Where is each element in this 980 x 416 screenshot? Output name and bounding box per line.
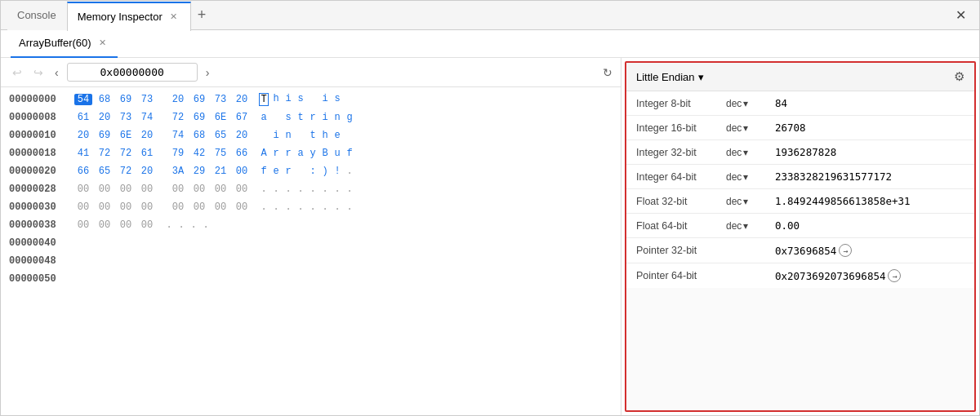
next-address-button[interactable]: ›: [203, 64, 213, 81]
hex-cell[interactable]: 41: [74, 148, 92, 159]
tab-memory-inspector-close[interactable]: ✕: [167, 11, 180, 24]
ascii-cell[interactable]: .: [308, 201, 318, 213]
insp-format-int32[interactable]: dec ▾: [726, 147, 775, 158]
ascii-cell[interactable]: .: [345, 201, 354, 213]
hex-cell[interactable]: 72: [117, 148, 135, 159]
prev-address-button[interactable]: ‹: [51, 64, 62, 81]
hex-cell[interactable]: 00: [169, 201, 187, 213]
ascii-cell[interactable]: A: [259, 148, 269, 159]
tab-add-button[interactable]: +: [191, 1, 213, 30]
hex-cell[interactable]: 20: [96, 112, 114, 123]
ascii-cell[interactable]: t: [296, 112, 305, 123]
ascii-cell[interactable]: .: [308, 184, 318, 195]
ascii-cell[interactable]: .: [283, 184, 293, 195]
insp-format-int8[interactable]: dec ▾: [726, 98, 775, 109]
insp-format-int64[interactable]: dec ▾: [726, 171, 775, 183]
address-input[interactable]: [67, 63, 198, 82]
ascii-cell[interactable]: r: [283, 148, 293, 159]
hex-cell[interactable]: 74: [169, 130, 187, 141]
hex-cell[interactable]: 69: [190, 94, 208, 105]
hex-cell[interactable]: 00: [74, 201, 92, 213]
hex-cell[interactable]: 00: [117, 201, 135, 213]
ascii-cell[interactable]: r: [283, 166, 293, 177]
hex-cell[interactable]: 29: [190, 166, 208, 177]
window-close-button[interactable]: ✕: [949, 4, 973, 26]
ascii-cell[interactable]: h: [271, 93, 281, 106]
ascii-cell[interactable]: i: [271, 130, 281, 141]
hex-cell[interactable]: 66: [74, 166, 92, 177]
ascii-cell[interactable]: i: [283, 93, 293, 106]
ascii-cell[interactable]: g: [345, 112, 354, 123]
hex-cell[interactable]: 00: [117, 184, 135, 195]
hex-cell[interactable]: 69: [117, 94, 135, 105]
hex-cell[interactable]: 20: [138, 166, 156, 177]
ascii-cell[interactable]: .: [271, 184, 281, 195]
ascii-cell[interactable]: s: [296, 93, 305, 106]
hex-cell[interactable]: 00: [138, 201, 156, 213]
ascii-cell[interactable]: s: [283, 112, 293, 123]
gear-button[interactable]: ⚙: [954, 69, 964, 84]
hex-cell[interactable]: 61: [138, 148, 156, 159]
hex-cell[interactable]: 00: [190, 201, 208, 213]
hex-cell[interactable]: 6E: [117, 130, 135, 141]
ascii-cell[interactable]: .: [320, 201, 330, 213]
hex-cell[interactable]: 3A: [169, 166, 187, 177]
hex-cell[interactable]: 69: [96, 130, 114, 141]
ascii-cell[interactable]: [271, 112, 281, 123]
hex-cell[interactable]: 21: [212, 166, 229, 177]
hex-cell[interactable]: 20: [138, 130, 156, 141]
redo-button[interactable]: ↪: [30, 64, 47, 81]
ascii-cell[interactable]: r: [271, 148, 281, 159]
ascii-cell[interactable]: T: [259, 93, 269, 106]
hex-cell[interactable]: 00: [169, 184, 187, 195]
tab-console[interactable]: Console: [7, 1, 67, 30]
ascii-cell[interactable]: .: [332, 201, 342, 213]
ascii-cell[interactable]: ): [320, 166, 330, 177]
ascii-cell[interactable]: i: [320, 93, 330, 106]
insp-format-int16[interactable]: dec ▾: [726, 122, 775, 134]
ascii-cell[interactable]: .: [296, 184, 305, 195]
ascii-cell[interactable]: .: [296, 201, 305, 213]
hex-cell[interactable]: 00: [138, 184, 156, 195]
ascii-cell[interactable]: a: [296, 148, 305, 159]
hex-cell[interactable]: 66: [233, 148, 251, 159]
ascii-cell[interactable]: y: [308, 148, 318, 159]
ptr32-navigate-button[interactable]: →: [839, 244, 852, 257]
hex-cell[interactable]: 73: [212, 94, 229, 105]
hex-cell[interactable]: 73: [117, 112, 135, 123]
hex-cell[interactable]: 6E: [212, 112, 229, 123]
ascii-cell[interactable]: i: [320, 112, 330, 123]
insp-format-float32[interactable]: dec ▾: [726, 196, 775, 207]
hex-cell[interactable]: 00: [96, 219, 114, 231]
ascii-cell[interactable]: n: [283, 130, 293, 141]
ascii-cell[interactable]: .: [283, 201, 293, 213]
ascii-cell[interactable]: h: [320, 130, 330, 141]
ptr64-navigate-button[interactable]: →: [888, 269, 901, 282]
ascii-cell[interactable]: [296, 166, 305, 177]
ascii-cell[interactable]: .: [259, 201, 269, 213]
ascii-cell[interactable]: u: [332, 148, 342, 159]
hex-cell[interactable]: 00: [138, 219, 156, 231]
hex-cell[interactable]: 00: [74, 219, 92, 231]
ascii-cell[interactable]: .: [345, 184, 354, 195]
ascii-cell[interactable]: .: [176, 219, 186, 231]
ascii-cell[interactable]: a: [259, 112, 269, 123]
hex-cell[interactable]: 74: [138, 112, 156, 123]
hex-cell[interactable]: 61: [74, 112, 92, 123]
hex-cell[interactable]: 72: [169, 112, 187, 123]
hex-cell[interactable]: 67: [233, 112, 251, 123]
ascii-cell[interactable]: .: [320, 184, 330, 195]
undo-button[interactable]: ↩: [9, 64, 25, 81]
ascii-cell[interactable]: .: [189, 219, 198, 231]
hex-cell[interactable]: 00: [212, 184, 229, 195]
ascii-cell[interactable]: t: [308, 130, 318, 141]
ascii-cell[interactable]: [259, 130, 269, 141]
sub-tab-arraybuffer[interactable]: ArrayBuffer(60) ✕: [11, 30, 118, 58]
ascii-cell[interactable]: .: [271, 201, 281, 213]
hex-cell[interactable]: 20: [233, 94, 251, 105]
hex-cell[interactable]: 54: [74, 94, 92, 105]
hex-cell[interactable]: 00: [74, 184, 92, 195]
hex-cell[interactable]: 20: [74, 130, 92, 141]
hex-cell[interactable]: 00: [233, 201, 251, 213]
ascii-cell[interactable]: r: [308, 112, 318, 123]
